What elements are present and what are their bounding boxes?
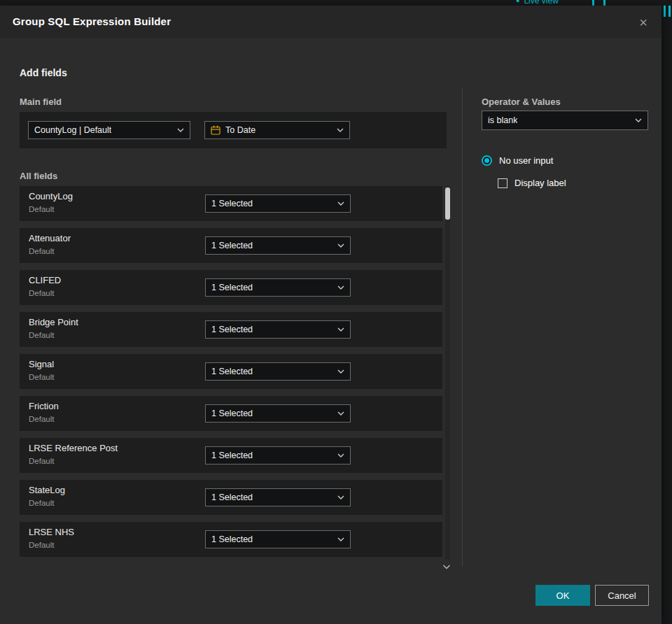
toolbar-bar-icon [664, 6, 666, 17]
field-selected-value: 1 Selected [211, 451, 253, 460]
ok-button[interactable]: OK [536, 585, 590, 606]
chevron-down-icon [337, 453, 344, 458]
chevron-down-icon [337, 495, 344, 499]
checkbox-unchecked-icon [498, 178, 507, 188]
field-row: LRSE NHS Default 1 Selected [20, 522, 442, 557]
field-selected-value: 1 Selected [211, 492, 253, 502]
no-user-input-radio[interactable]: No user input [482, 155, 553, 166]
field-name: Bridge Point [29, 317, 78, 327]
field-subtitle: Default [29, 415, 54, 423]
field-row: CLIFED Default 1 Selected [20, 270, 442, 305]
all-fields-label: All fields [20, 171, 57, 181]
operator-dropdown-value: is blank [488, 115, 517, 125]
field-selected-dropdown[interactable]: 1 Selected [205, 488, 351, 506]
field-selected-dropdown[interactable]: 1 Selected [205, 404, 351, 423]
field-row: CountyLog Default 1 Selected [20, 186, 442, 221]
field-selected-value: 1 Selected [211, 409, 253, 418]
main-field-panel: CountyLog | Default To Date [20, 112, 447, 148]
field-selected-dropdown[interactable]: 1 Selected [205, 278, 351, 297]
date-dropdown-value: To Date [225, 125, 255, 135]
chevron-down-icon [337, 327, 344, 332]
field-selected-dropdown[interactable]: 1 Selected [205, 362, 351, 381]
cancel-button[interactable]: Cancel [595, 585, 649, 606]
field-subtitle: Default [29, 499, 54, 507]
date-field-dropdown[interactable]: To Date [204, 121, 350, 139]
live-view-label: Live view [524, 0, 558, 6]
chevron-down-icon [337, 128, 344, 132]
field-subtitle: Default [29, 289, 54, 297]
field-selected-dropdown[interactable]: 1 Selected [205, 236, 351, 255]
field-subtitle: Default [29, 457, 54, 465]
field-subtitle: Default [29, 247, 54, 255]
main-field-dropdown-value: CountyLog | Default [34, 125, 111, 135]
main-field-label: Main field [20, 97, 62, 107]
field-subtitle: Default [29, 331, 54, 339]
chevron-down-icon [635, 118, 642, 122]
field-subtitle: Default [29, 205, 54, 213]
field-name: LRSE NHS [29, 527, 74, 537]
chevron-down-icon [337, 411, 344, 416]
field-selected-dropdown[interactable]: 1 Selected [205, 530, 351, 548]
field-name: Signal [29, 359, 54, 369]
chevron-down-icon [337, 243, 344, 248]
operator-dropdown[interactable]: is blank [482, 111, 648, 130]
scroll-down-icon[interactable] [442, 560, 451, 572]
field-name: CountyLog [29, 191, 73, 201]
field-row: LRSE Reference Post Default 1 Selected [20, 438, 442, 473]
field-name: StateLog [29, 485, 65, 495]
field-selected-dropdown[interactable]: 1 Selected [205, 194, 351, 213]
calendar-icon [211, 125, 220, 135]
field-row: Attenuator Default 1 Selected [20, 228, 442, 263]
field-selected-value: 1 Selected [211, 325, 253, 334]
chevron-down-icon [337, 369, 344, 374]
display-label-text: Display label [514, 178, 566, 188]
field-row: StateLog Default 1 Selected [20, 480, 442, 515]
scrollbar-thumb[interactable] [445, 187, 450, 220]
field-subtitle: Default [29, 373, 54, 381]
list-scrollbar[interactable] [445, 186, 450, 560]
dialog-header: Group SQL Expression Builder [0, 6, 662, 38]
group-sql-expression-builder-dialog: Group SQL Expression Builder × Add field… [0, 6, 662, 624]
field-selected-value: 1 Selected [211, 199, 253, 208]
field-selected-dropdown[interactable]: 1 Selected [205, 320, 351, 339]
close-icon[interactable]: × [635, 14, 652, 31]
field-name: Friction [29, 401, 59, 411]
field-selected-value: 1 Selected [211, 283, 253, 292]
no-user-input-label: No user input [499, 155, 553, 166]
main-field-dropdown[interactable]: CountyLog | Default [28, 121, 190, 139]
chevron-down-icon [337, 285, 344, 290]
live-view-indicator: ● Live view [516, 0, 559, 6]
field-row: Bridge Point Default 1 Selected [20, 312, 442, 347]
display-label-checkbox[interactable]: Display label [498, 178, 566, 188]
field-selected-value: 1 Selected [211, 534, 253, 544]
field-subtitle: Default [29, 541, 54, 549]
field-selected-dropdown[interactable]: 1 Selected [205, 446, 351, 465]
radio-selected-icon [482, 155, 492, 166]
toolbar-bar-icon [668, 6, 671, 17]
operator-values-label: Operator & Values [482, 97, 561, 107]
all-fields-list: CountyLog Default 1 Selected Attenuator … [20, 186, 442, 564]
field-row: Signal Default 1 Selected [20, 354, 442, 389]
chevron-down-icon [337, 537, 344, 541]
field-row: Friction Default 1 Selected [20, 396, 442, 431]
add-fields-heading: Add fields [20, 67, 67, 78]
dialog-title: Group SQL Expression Builder [13, 15, 171, 27]
field-selected-value: 1 Selected [211, 241, 253, 250]
field-name: LRSE Reference Post [29, 443, 118, 453]
chevron-down-icon [177, 128, 184, 132]
live-dot-icon: ● [516, 0, 519, 4]
chevron-down-icon [337, 201, 344, 206]
field-name: CLIFED [29, 275, 61, 285]
vertical-divider [462, 88, 463, 567]
field-name: Attenuator [29, 233, 71, 243]
field-selected-value: 1 Selected [211, 367, 253, 376]
